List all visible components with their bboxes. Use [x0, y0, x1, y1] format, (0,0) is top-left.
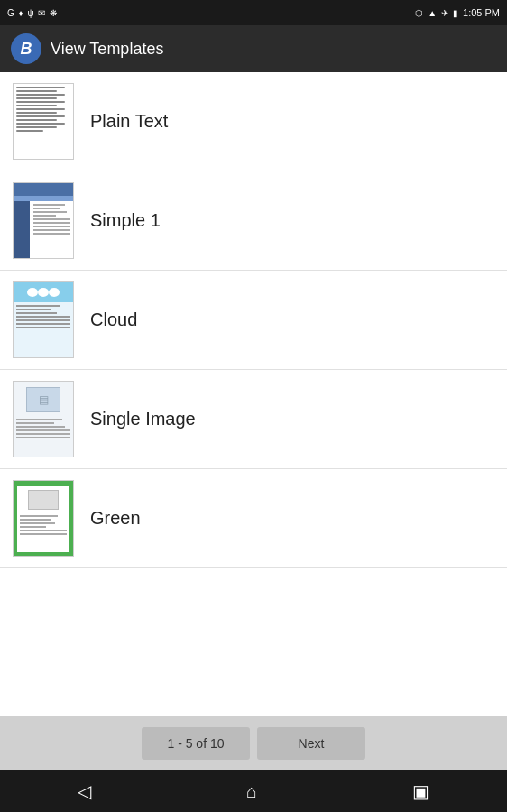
home-icon [246, 781, 257, 802]
back-icon [78, 780, 91, 802]
template-item-green[interactable]: Green [0, 469, 507, 568]
battery-icon: ▮ [453, 8, 458, 18]
app-bar-title: View Templates [51, 40, 163, 59]
template-name-green: Green [90, 508, 141, 529]
back-button[interactable] [60, 773, 109, 809]
status-bar: G ♦ ψ ✉ ❋ ⬡ ▲ ✈ ▮ 1:05 PM [0, 0, 507, 25]
template-name-single-image: Single Image [90, 409, 196, 429]
pagination-bar: 1 - 5 of 10 Next [0, 716, 507, 770]
template-thumbnail-green [13, 480, 74, 557]
template-thumbnail-cloud [13, 281, 74, 358]
recents-button[interactable] [394, 773, 447, 809]
template-thumbnail-simple-1 [13, 182, 74, 259]
home-button[interactable] [228, 774, 275, 809]
status-right-icons: ⬡ ▲ ✈ ▮ 1:05 PM [415, 7, 500, 18]
airplane-icon: ✈ [441, 8, 448, 18]
template-list: Plain Text Simple 1 [0, 72, 507, 716]
next-button[interactable]: Next [257, 727, 365, 760]
template-thumbnail-plain-text [13, 83, 74, 160]
status-left-icons: G ♦ ψ ✉ ❋ [7, 8, 58, 18]
time-display: 1:05 PM [463, 7, 500, 18]
template-item-single-image[interactable]: Single Image [0, 370, 507, 469]
notification-icons: G ♦ ψ ✉ ❋ [7, 8, 58, 18]
bluetooth-icon: ⬡ [415, 8, 423, 18]
template-item-plain-text[interactable]: Plain Text [0, 72, 507, 171]
template-item-cloud[interactable]: Cloud [0, 271, 507, 370]
template-name-plain-text: Plain Text [90, 111, 168, 132]
app-logo: B [11, 33, 41, 64]
wifi-signal-icon: ▲ [428, 8, 437, 18]
pagination-info: 1 - 5 of 10 [142, 727, 250, 760]
template-item-simple-1[interactable]: Simple 1 [0, 171, 507, 271]
template-thumbnail-single-image [13, 381, 74, 457]
nav-bar [0, 770, 507, 812]
app-bar: B View Templates [0, 25, 507, 72]
template-name-cloud: Cloud [90, 309, 137, 330]
recents-icon [412, 780, 429, 802]
template-name-simple-1: Simple 1 [90, 210, 161, 231]
